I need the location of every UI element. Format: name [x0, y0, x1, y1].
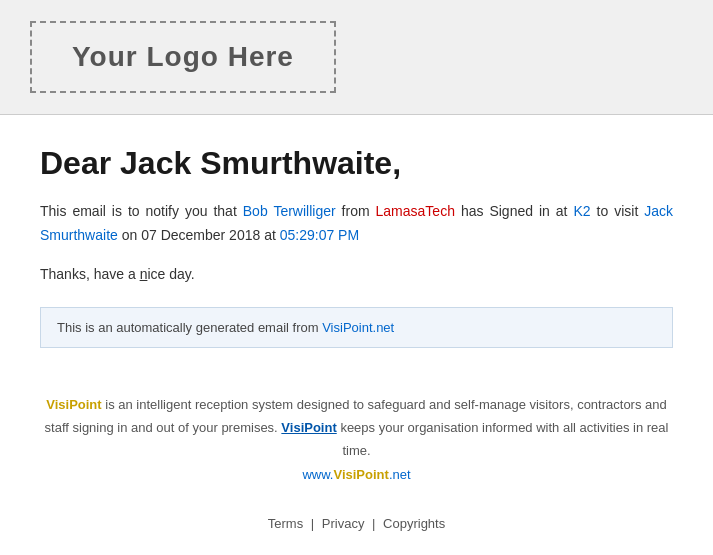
header-section: Your Logo Here: [0, 0, 713, 115]
greeting-text: Dear Jack Smurthwaite,: [40, 145, 673, 182]
location-name: K2: [573, 203, 590, 219]
visipoint-in-url: VisiPoint: [333, 467, 388, 482]
nice-underline: n: [140, 266, 148, 282]
company-name: LamasaTech: [376, 203, 455, 219]
body-mid2: has Signed in at: [455, 203, 574, 219]
footer-info: VisiPoint is an intelligent reception sy…: [0, 393, 713, 487]
visipoint-gold-label: VisiPoint: [46, 397, 101, 412]
footer-description: VisiPoint is an intelligent reception sy…: [40, 393, 673, 463]
body-paragraph: This email is to notify you that Bob Ter…: [40, 200, 673, 248]
body-pre: This email is to notify you that: [40, 203, 243, 219]
terms-link[interactable]: Terms: [268, 516, 303, 531]
footer-mid-text: keeps your organisation informed with al…: [340, 420, 668, 458]
visit-time: 05:29:07 PM: [280, 227, 359, 243]
body-mid1: from: [336, 203, 376, 219]
footer-url-link[interactable]: www.VisiPoint.net: [302, 467, 410, 482]
notice-pre-text: This is an automatically generated email…: [57, 320, 322, 335]
footer-links: Terms | Privacy | Copyrights: [0, 506, 713, 551]
visipoint-blue-label: VisiPoint: [281, 420, 336, 435]
thanks-text: Thanks, have a nice day.: [40, 266, 673, 282]
notice-box: This is an automatically generated email…: [40, 307, 673, 348]
separator-1: |: [311, 516, 318, 531]
body-mid3: to visit: [591, 203, 645, 219]
body-mid4: on: [118, 227, 141, 243]
logo-text: Your Logo Here: [72, 41, 294, 72]
main-content: Dear Jack Smurthwaite, This email is to …: [0, 115, 713, 393]
logo-placeholder: Your Logo Here: [30, 21, 336, 93]
visit-date: 07 December 2018: [141, 227, 260, 243]
privacy-link[interactable]: Privacy: [322, 516, 365, 531]
notice-link[interactable]: VisiPoint.net: [322, 320, 394, 335]
body-mid5: at: [260, 227, 279, 243]
copyrights-link[interactable]: Copyrights: [383, 516, 445, 531]
footer-url: www.VisiPoint.net: [40, 463, 673, 486]
visitor-name: Bob Terwilliger: [243, 203, 336, 219]
separator-2: |: [372, 516, 379, 531]
